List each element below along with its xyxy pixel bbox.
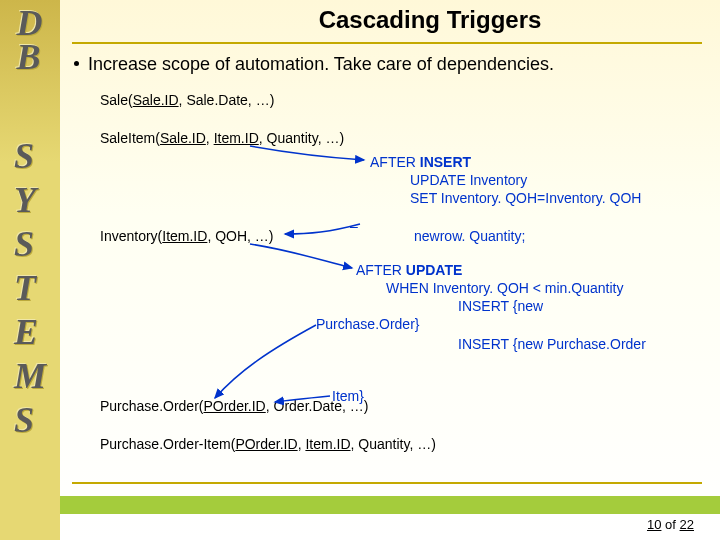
rule-bottom	[72, 482, 702, 484]
sidebar-s: S	[14, 134, 46, 178]
sidebar-systems: S Y S T E M S	[14, 134, 46, 442]
slide: D B S Y S T E M S Cascading Triggers Inc…	[0, 0, 720, 540]
trigger1-dash: –	[350, 218, 358, 234]
t: INSERT	[420, 154, 471, 170]
t: AFTER	[356, 262, 406, 278]
t: AFTER	[370, 154, 420, 170]
sidebar-d: D	[17, 6, 44, 40]
sidebar-t: T	[14, 266, 46, 310]
line-sale: Sale(Sale.ID, Sale.Date, …)	[100, 92, 274, 108]
t: Sale.ID	[133, 92, 179, 108]
sidebar-db: D B	[17, 6, 44, 74]
line-saleitem: SaleItem(Sale.ID, Item.ID, Quantity, …)	[100, 130, 344, 146]
t: POrder.ID	[235, 436, 297, 452]
trigger2-after: AFTER UPDATE	[356, 262, 462, 278]
t: Sale(	[100, 92, 133, 108]
t: , Quantity, …)	[351, 436, 436, 452]
sidebar-s2: S	[14, 222, 46, 266]
trigger1-newrow: newrow. Quantity;	[414, 228, 525, 244]
t: UPDATE	[406, 262, 463, 278]
t: Item.ID	[214, 130, 259, 146]
line-purchaseorder-item: Purchase.Order-Item(POrder.ID, Item.ID, …	[100, 436, 436, 452]
content: Cascading Triggers Increase scope of aut…	[60, 0, 720, 540]
t: Purchase.Order(	[100, 398, 203, 414]
sidebar-b: B	[17, 40, 44, 74]
line-inventory: Inventory(Item.ID, QOH, …)	[100, 228, 274, 244]
footer-bar	[60, 496, 720, 514]
sidebar-s3: S	[14, 398, 46, 442]
t: Purchase.Order-Item(	[100, 436, 235, 452]
page-cur: 10	[647, 517, 661, 532]
sidebar-e: E	[14, 310, 46, 354]
t: ,	[206, 130, 214, 146]
bullet-dot-icon	[74, 61, 79, 66]
trigger2-when: WHEN Inventory. QOH < min.Quantity	[386, 280, 623, 296]
page-of: of	[661, 517, 679, 532]
sidebar-m: M	[14, 354, 46, 398]
t: Item.ID	[162, 228, 207, 244]
t: Inventory(	[100, 228, 162, 244]
line-purchaseorder: Purchase.Order(POrder.ID, Order.Date, …)	[100, 398, 368, 414]
bullet: Increase scope of automation. Take care …	[74, 54, 554, 75]
trigger1-set: SET Inventory. QOH=Inventory. QOH	[410, 190, 641, 206]
t: , Quantity, …)	[259, 130, 344, 146]
page-number: 10 of 22	[647, 517, 694, 532]
trigger1-update: UPDATE Inventory	[410, 172, 527, 188]
trigger2-po: Purchase.Order}	[316, 316, 420, 332]
t: Sale.ID	[160, 130, 206, 146]
t: , Sale.Date, …)	[179, 92, 275, 108]
rule-top	[72, 42, 702, 44]
t: , QOH, …)	[207, 228, 273, 244]
trigger2-insert1: INSERT {new	[458, 298, 543, 314]
page-tot: 22	[680, 517, 694, 532]
sidebar: D B S Y S T E M S	[0, 0, 60, 540]
trigger2-insert2: INSERT {new Purchase.Order	[458, 336, 646, 352]
trigger1-after: AFTER INSERT	[370, 154, 471, 170]
bullet-text: Increase scope of automation. Take care …	[88, 54, 554, 74]
t: Item.ID	[305, 436, 350, 452]
t: SaleItem(	[100, 130, 160, 146]
trigger2-item: Item}	[332, 388, 364, 404]
slide-title: Cascading Triggers	[180, 6, 680, 34]
t: POrder.ID	[203, 398, 265, 414]
sidebar-y: Y	[14, 178, 46, 222]
